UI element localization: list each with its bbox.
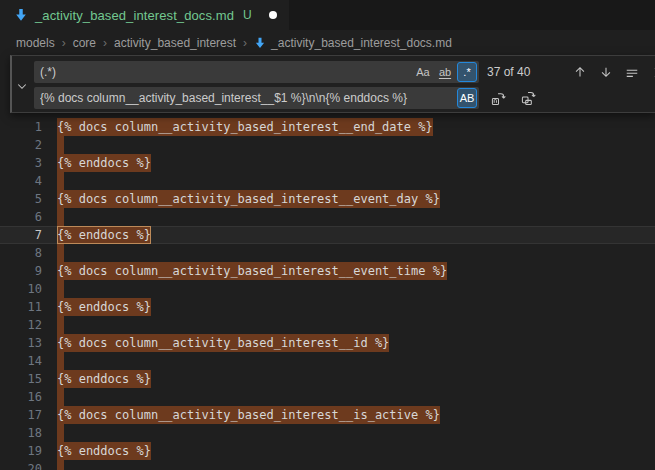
find-in-selection-icon[interactable] xyxy=(621,61,643,83)
find-input[interactable]: (.*) Aa ab .* xyxy=(34,61,479,83)
replace-input-value: {% docs column__activity_based_interest_… xyxy=(40,91,457,105)
line-number: 7 xyxy=(0,226,42,244)
line-number: 20 xyxy=(0,460,42,470)
unsaved-changes-dot[interactable] xyxy=(269,11,277,19)
code-line-10[interactable]: 10 xyxy=(0,280,655,298)
tab-bar: _activity_based_interest_docs.md U xyxy=(0,0,655,30)
code-line-8[interactable]: 8 xyxy=(0,244,655,262)
close-find-widget-icon[interactable] xyxy=(647,61,655,83)
code-line-3[interactable]: 3{% enddocs %} xyxy=(0,154,655,172)
empty-line-match-highlight xyxy=(57,316,64,334)
line-text: {% docs column__activity_based_interest_… xyxy=(57,334,389,352)
tab-filename: _activity_based_interest_docs.md xyxy=(35,8,234,23)
previous-match-button[interactable] xyxy=(569,61,591,83)
breadcrumb-file-label: _activity_based_interest_docs.md xyxy=(271,36,452,50)
line-text: {% enddocs %} xyxy=(57,226,151,244)
markdown-file-icon xyxy=(14,8,28,22)
code-line-14[interactable]: 14 xyxy=(0,352,655,370)
empty-line-match-highlight xyxy=(57,280,64,298)
line-number: 14 xyxy=(0,352,42,370)
preserve-case-toggle[interactable]: AB xyxy=(457,88,477,108)
line-text: {% enddocs %} xyxy=(57,298,151,316)
line-text: {% docs column__activity_based_interest_… xyxy=(57,118,433,136)
line-number: 5 xyxy=(0,190,42,208)
replace-input[interactable]: {% docs column__activity_based_interest_… xyxy=(34,87,479,109)
breadcrumb-item-file[interactable]: _activity_based_interest_docs.md xyxy=(254,36,452,50)
replace-toggles: AB xyxy=(457,88,477,108)
line-number: 10 xyxy=(0,280,42,298)
empty-line-match-highlight xyxy=(57,136,64,154)
code-line-15[interactable]: 15{% enddocs %} xyxy=(0,370,655,388)
line-number: 6 xyxy=(0,208,42,226)
empty-line-match-highlight xyxy=(57,388,64,406)
find-toggles: Aa ab .* xyxy=(413,62,477,82)
vscode-window: _activity_based_interest_docs.md U model… xyxy=(0,0,655,470)
code-line-7[interactable]: 7{% enddocs %} xyxy=(0,226,655,244)
breadcrumb: models › core › activity_based_interest … xyxy=(0,30,655,55)
breadcrumb-separator: › xyxy=(62,36,66,50)
whole-word-toggle[interactable]: ab xyxy=(435,62,455,82)
line-text: {% docs column__activity_based_interest_… xyxy=(57,190,440,208)
regex-toggle[interactable]: .* xyxy=(457,62,477,82)
code-lines: 1{% docs column__activity_based_interest… xyxy=(0,55,655,470)
replace-all-button[interactable] xyxy=(517,87,539,109)
code-line-11[interactable]: 11{% enddocs %} xyxy=(0,298,655,316)
code-line-19[interactable]: 19{% enddocs %} xyxy=(0,442,655,460)
line-number: 2 xyxy=(0,136,42,154)
code-line-9[interactable]: 9{% docs column__activity_based_interest… xyxy=(0,262,655,280)
find-replace-widget: (.*) Aa ab .* 37 of 40 xyxy=(10,55,655,113)
find-input-value: (.*) xyxy=(40,65,413,79)
code-line-17[interactable]: 17{% docs column__activity_based_interes… xyxy=(0,406,655,424)
find-actions xyxy=(569,61,655,83)
line-text: {% enddocs %} xyxy=(57,154,151,172)
empty-line-match-highlight xyxy=(57,208,64,226)
code-line-18[interactable]: 18 xyxy=(0,424,655,442)
line-number: 16 xyxy=(0,388,42,406)
match-case-toggle[interactable]: Aa xyxy=(413,62,433,82)
markdown-file-icon xyxy=(254,37,266,49)
line-number: 13 xyxy=(0,334,42,352)
git-status-badge: U xyxy=(243,8,252,22)
tab-activity-based-interest-docs[interactable]: _activity_based_interest_docs.md U xyxy=(0,0,289,30)
line-number: 19 xyxy=(0,442,42,460)
line-text: {% enddocs %} xyxy=(57,442,151,460)
breadcrumb-item-models[interactable]: models xyxy=(16,36,55,50)
find-row: (.*) Aa ab .* 37 of 40 xyxy=(34,61,655,83)
empty-line-match-highlight xyxy=(57,460,64,470)
breadcrumb-separator: › xyxy=(243,36,247,50)
code-line-13[interactable]: 13{% docs column__activity_based_interes… xyxy=(0,334,655,352)
replace-row: {% docs column__activity_based_interest_… xyxy=(34,87,539,109)
breadcrumb-item-core[interactable]: core xyxy=(73,36,96,50)
breadcrumb-item-activity-based-interest[interactable]: activity_based_interest xyxy=(114,36,236,50)
line-number: 11 xyxy=(0,298,42,316)
next-match-button[interactable] xyxy=(595,61,617,83)
line-text: {% docs column__activity_based_interest_… xyxy=(57,406,440,424)
line-number: 4 xyxy=(0,172,42,190)
line-text: {% docs column__activity_based_interest_… xyxy=(57,262,447,280)
empty-line-match-highlight xyxy=(57,244,64,262)
line-number: 18 xyxy=(0,424,42,442)
code-line-4[interactable]: 4 xyxy=(0,172,655,190)
line-number: 1 xyxy=(0,118,42,136)
code-line-12[interactable]: 12 xyxy=(0,316,655,334)
editor-pane[interactable]: 1{% docs column__activity_based_interest… xyxy=(0,55,655,470)
line-number: 3 xyxy=(0,154,42,172)
code-line-1[interactable]: 1{% docs column__activity_based_interest… xyxy=(0,118,655,136)
code-line-5[interactable]: 5{% docs column__activity_based_interest… xyxy=(0,190,655,208)
line-number: 15 xyxy=(0,370,42,388)
empty-line-match-highlight xyxy=(57,352,64,370)
breadcrumb-separator: › xyxy=(103,36,107,50)
results-count: 37 of 40 xyxy=(487,65,553,79)
replace-actions xyxy=(487,87,539,109)
line-number: 8 xyxy=(0,244,42,262)
line-number: 12 xyxy=(0,316,42,334)
code-line-16[interactable]: 16 xyxy=(0,388,655,406)
code-line-6[interactable]: 6 xyxy=(0,208,655,226)
empty-line-match-highlight xyxy=(57,424,64,442)
code-line-2[interactable]: 2 xyxy=(0,136,655,154)
line-number: 17 xyxy=(0,406,42,424)
code-line-20[interactable]: 20 xyxy=(0,460,655,470)
replace-button[interactable] xyxy=(487,87,509,109)
toggle-replace-chevron-icon[interactable] xyxy=(13,77,31,95)
line-number: 9 xyxy=(0,262,42,280)
